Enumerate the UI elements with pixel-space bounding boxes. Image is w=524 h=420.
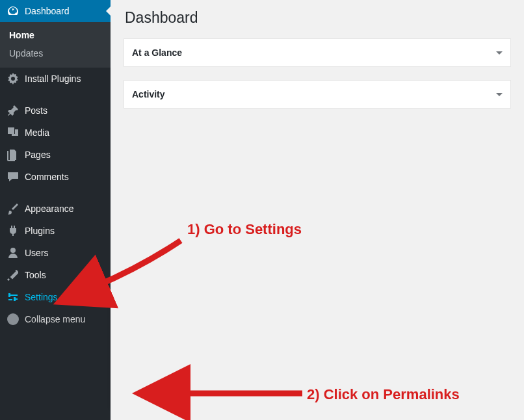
sidebar-item-label: Comments	[25, 172, 69, 182]
annotation-step2: 2) Click on Permalinks	[307, 386, 460, 403]
wrench-icon	[7, 269, 20, 282]
user-icon	[7, 246, 20, 259]
menu-separator	[0, 93, 111, 96]
sidebar-item-pages[interactable]: Pages	[0, 144, 111, 166]
sidebar-item-label: Users	[25, 248, 49, 258]
comments-icon	[7, 170, 20, 183]
sidebar-item-users[interactable]: Users	[0, 242, 111, 264]
sidebar-item-label: Appearance	[25, 203, 74, 214]
annotation-step1: 1) Go to Settings	[187, 221, 302, 238]
sidebar-item-install-plugins[interactable]: Install Plugins	[0, 68, 111, 90]
submenu-item-home[interactable]: Home	[0, 26, 111, 44]
sidebar-item-label: Pages	[25, 150, 51, 160]
chevron-down-icon[interactable]	[496, 51, 503, 55]
admin-sidebar: Dashboard Home Updates Install Plugins P…	[0, 0, 111, 420]
sidebar-item-plugins[interactable]: Plugins	[0, 220, 111, 242]
brush-icon	[7, 202, 20, 215]
collapse-icon	[7, 313, 20, 326]
submenu-item-updates[interactable]: Updates	[0, 44, 111, 62]
sidebar-item-label: Media	[25, 127, 49, 138]
sidebar-item-settings[interactable]: Settings	[0, 286, 111, 308]
plug-icon	[7, 224, 20, 237]
page-title: Dashboard	[124, 0, 511, 38]
sidebar-item-posts[interactable]: Posts	[0, 99, 111, 122]
panel-activity[interactable]: Activity	[124, 80, 511, 109]
sidebar-item-label: Dashboard	[25, 6, 70, 16]
dashboard-icon	[7, 5, 20, 18]
pages-icon	[7, 148, 20, 161]
sidebar-item-dashboard[interactable]: Dashboard	[0, 0, 111, 22]
main-content: Dashboard At a Glance Activity 1) Go to …	[111, 0, 524, 420]
sidebar-item-comments[interactable]: Comments	[0, 166, 111, 188]
menu-separator	[0, 191, 111, 194]
arrow-icon	[169, 384, 182, 397]
panel-title: Activity	[132, 89, 165, 99]
sidebar-item-label: Collapse menu	[25, 314, 85, 324]
sidebar-item-label: Settings	[25, 292, 58, 302]
sidebar-item-tools[interactable]: Tools	[0, 264, 111, 286]
chevron-down-icon[interactable]	[496, 93, 503, 96]
gear-icon	[7, 72, 20, 85]
dashboard-submenu: Home Updates	[0, 22, 111, 68]
panel-title: At a Glance	[132, 47, 182, 58]
sidebar-item-label: Posts	[25, 105, 47, 116]
media-icon	[7, 126, 20, 139]
sidebar-item-label: Plugins	[25, 226, 55, 236]
sliders-icon	[7, 291, 20, 304]
sidebar-item-collapse[interactable]: Collapse menu	[0, 308, 111, 330]
sidebar-item-label: Install Plugins	[25, 73, 81, 84]
pin-icon	[7, 104, 20, 117]
panel-at-a-glance[interactable]: At a Glance	[124, 38, 511, 67]
sidebar-item-media[interactable]: Media	[0, 122, 111, 144]
sidebar-item-label: Tools	[25, 270, 46, 280]
sidebar-item-appearance[interactable]: Appearance	[0, 198, 111, 220]
